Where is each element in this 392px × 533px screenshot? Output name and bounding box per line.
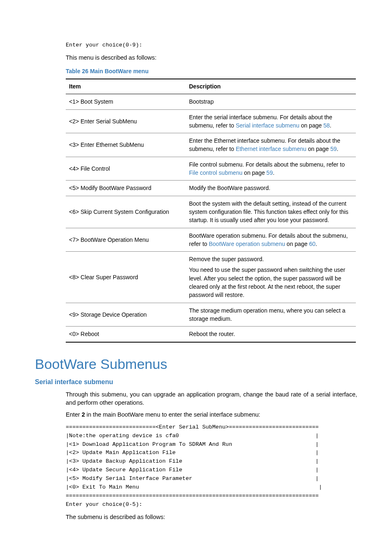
desc-cell: BootWare operation submenu. For details … <box>186 228 356 252</box>
page-link[interactable]: 59 <box>330 146 337 152</box>
table-row: <5> Modify BootWare Password Modify the … <box>66 181 356 196</box>
desc-cell: Enter the Ethernet interface submenu. Fo… <box>186 133 356 157</box>
closing-paragraph: The submenu is described as follows: <box>66 513 357 521</box>
desc-cell: Remove the super password. You need to u… <box>186 252 356 303</box>
desc-cell: Modify the BootWare password. <box>186 181 356 196</box>
col-header-desc: Description <box>186 79 356 94</box>
desc-cell: Enter the serial interface submenu. For … <box>186 109 356 133</box>
subheading-serial-interface: Serial interface submenu <box>35 378 357 387</box>
sub-paragraph: Through this submenu, you can upgrade an… <box>66 391 357 407</box>
section-heading-bootware-submenus: BootWare Submenus <box>35 355 357 374</box>
item-cell: <6> Skip Current System Configuration <box>66 196 186 228</box>
page-link[interactable]: 60 <box>309 241 316 247</box>
item-cell: <9> Storage Device Operation <box>66 303 186 327</box>
desc-cell: The storage medium operation menu, where… <box>186 303 356 327</box>
link-serial-submenu[interactable]: Serial interface submenu <box>236 122 300 129</box>
table-caption: Table 26 Main BootWare menu <box>66 67 357 75</box>
item-cell: <4> File Control <box>66 157 186 181</box>
table-row: <3> Enter Ethernet SubMenu Enter the Eth… <box>66 133 356 157</box>
prompt-top: Enter your choice(0-9): <box>66 41 357 50</box>
desc-cell: Boot the system with the default setting… <box>186 196 356 228</box>
table-row: <1> Boot System Bootstrap <box>66 94 356 109</box>
item-cell: <1> Boot System <box>66 94 186 109</box>
enter-instruction: Enter 2 in the main BootWare menu to ent… <box>66 411 357 419</box>
desc-cell: Reboot the router. <box>186 327 356 342</box>
table-row: <9> Storage Device Operation The storage… <box>66 303 356 327</box>
page-link[interactable]: 58 <box>323 122 330 129</box>
table-row: <7> BootWare Operation Menu BootWare ope… <box>66 228 356 252</box>
col-header-item: Item <box>66 79 186 94</box>
link-file-control-submenu[interactable]: File control submenu <box>189 169 242 176</box>
table-row: <8> Clear Super Password Remove the supe… <box>66 252 356 303</box>
item-cell: <2> Enter Serial SubMenu <box>66 109 186 133</box>
intro-paragraph: This menu is described as follows: <box>66 54 357 62</box>
page-link[interactable]: 59 <box>266 169 273 176</box>
serial-submenu-block: ===========================<Enter Serial… <box>66 423 357 509</box>
table-row: <4> File Control File control submenu. F… <box>66 157 356 181</box>
item-cell: <5> Modify BootWare Password <box>66 181 186 196</box>
item-cell: <0> Reboot <box>66 327 186 342</box>
item-cell: <3> Enter Ethernet SubMenu <box>66 133 186 157</box>
bootware-menu-table: Item Description <1> Boot System Bootstr… <box>66 79 356 342</box>
table-row: <0> Reboot Reboot the router. <box>66 327 356 342</box>
table-row: <2> Enter Serial SubMenu Enter the seria… <box>66 109 356 133</box>
link-bootware-op-submenu[interactable]: BootWare operation submenu <box>209 241 285 247</box>
link-ethernet-submenu[interactable]: Ethernet interface submenu <box>236 146 307 152</box>
item-cell: <8> Clear Super Password <box>66 252 186 303</box>
table-row: <6> Skip Current System Configuration Bo… <box>66 196 356 228</box>
desc-cell: File control submenu. For details about … <box>186 157 356 181</box>
desc-cell: Bootstrap <box>186 94 356 109</box>
item-cell: <7> BootWare Operation Menu <box>66 228 186 252</box>
